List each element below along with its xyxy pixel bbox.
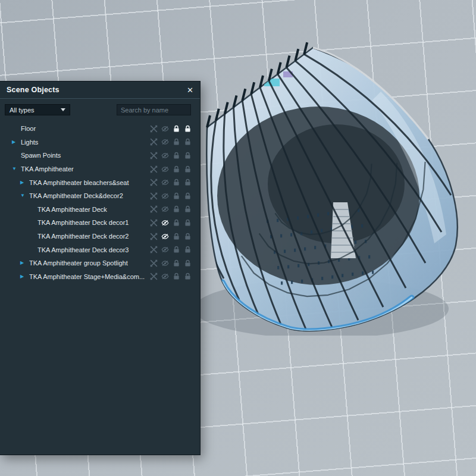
panel-header: Scene Objects ✕: [0, 82, 200, 99]
row-icons: [149, 138, 200, 146]
visibility-off-icon[interactable]: [161, 273, 169, 281]
edit-lock-icon[interactable]: [183, 246, 192, 254]
scene-object-row[interactable]: TKA Amphitheater Deck decor3: [0, 243, 200, 256]
move-lock-icon[interactable]: [172, 165, 180, 173]
visibility-off-icon[interactable]: [161, 178, 169, 187]
select-disabled-icon[interactable]: [149, 259, 158, 267]
edit-lock-icon[interactable]: [183, 259, 192, 267]
object-label: TKA Amphitheater Deck decor2: [37, 233, 149, 240]
visibility-off-icon[interactable]: [161, 218, 169, 227]
edit-lock-icon[interactable]: [183, 178, 192, 187]
close-icon[interactable]: ✕: [187, 86, 193, 94]
object-label: TKA Amphitheater Deck&decor2: [29, 192, 149, 199]
move-lock-icon[interactable]: [172, 232, 180, 240]
edit-lock-icon[interactable]: [183, 151, 192, 159]
edit-lock-icon[interactable]: [183, 138, 192, 146]
amphitheater-model[interactable]: [196, 38, 463, 336]
edit-lock-icon[interactable]: [183, 205, 192, 214]
move-lock-icon[interactable]: [172, 218, 180, 227]
move-lock-icon[interactable]: [172, 151, 180, 159]
edit-lock-icon[interactable]: [183, 124, 192, 133]
select-disabled-icon[interactable]: [149, 124, 158, 133]
select-disabled-icon[interactable]: [149, 218, 158, 227]
visibility-off-icon[interactable]: [161, 165, 169, 173]
object-label: Floor: [21, 125, 149, 132]
select-disabled-icon[interactable]: [149, 138, 158, 146]
type-filter-dropdown[interactable]: All types: [5, 104, 70, 115]
row-icons: [149, 259, 200, 267]
row-icons: [149, 246, 200, 254]
scene-object-row[interactable]: TKA Amphitheater Deck decor2: [0, 230, 200, 243]
object-label: TKA Amphitheater Deck: [37, 206, 149, 213]
indent-spacer: [0, 249, 29, 250]
row-icons: [149, 232, 200, 240]
row-icons: [149, 205, 200, 214]
scene-object-list: Floor: [0, 122, 200, 283]
row-icons: [149, 124, 200, 133]
visibility-off-icon[interactable]: [161, 246, 169, 254]
object-label: TKA Amphitheater Deck decor3: [37, 246, 149, 253]
scene-object-row[interactable]: TKA Amphitheater Deck: [0, 203, 200, 217]
scene-object-row[interactable]: ▼ TKA Amphitheater Deck&decor2: [0, 189, 200, 203]
move-lock-icon[interactable]: [172, 138, 180, 146]
select-disabled-icon[interactable]: [149, 205, 158, 214]
scene-object-row[interactable]: ▶ TKA Amphitheater group Spotlight: [0, 256, 200, 270]
scene-object-row[interactable]: Floor: [0, 122, 200, 136]
object-label: TKA Amphitheater Stage+Media&com...: [29, 273, 149, 280]
indent-spacer: [0, 155, 12, 156]
visibility-off-icon[interactable]: [161, 138, 169, 146]
row-icons: [149, 165, 200, 173]
move-lock-icon[interactable]: [172, 124, 180, 133]
indent-spacer: [0, 169, 12, 170]
select-disabled-icon[interactable]: [149, 165, 158, 173]
chevron-down-icon: [61, 108, 65, 111]
scene-object-row[interactable]: TKA Amphitheater Deck decor1: [0, 216, 200, 230]
edit-lock-icon[interactable]: [183, 218, 192, 227]
visibility-off-icon[interactable]: [161, 205, 169, 214]
select-disabled-icon[interactable]: [149, 246, 158, 254]
scene-object-row[interactable]: ▶ TKA Amphitheater Stage+Media&com...: [0, 270, 200, 284]
move-lock-icon[interactable]: [172, 246, 180, 254]
edit-lock-icon[interactable]: [183, 165, 192, 173]
move-lock-icon[interactable]: [172, 259, 180, 267]
object-label: TKA Amphitheater: [21, 165, 149, 173]
edit-lock-icon[interactable]: [183, 273, 192, 281]
visibility-off-icon[interactable]: [161, 259, 169, 267]
scene-object-row[interactable]: ▶ TKA Amphitheater bleachers&seat: [0, 176, 200, 189]
move-lock-icon[interactable]: [172, 205, 180, 214]
select-disabled-icon[interactable]: [149, 232, 158, 240]
object-label: TKA Amphitheater group Spotlight: [29, 259, 149, 267]
expand-arrow-icon[interactable]: ▶: [20, 180, 29, 185]
edit-lock-icon[interactable]: [183, 192, 192, 200]
select-disabled-icon[interactable]: [149, 151, 158, 159]
type-filter-value: All types: [10, 107, 35, 114]
expand-arrow-icon[interactable]: ▶: [20, 274, 29, 279]
visibility-off-icon[interactable]: [161, 124, 169, 133]
scene-object-row[interactable]: ▼ TKA Amphitheater: [0, 162, 200, 176]
select-disabled-icon[interactable]: [149, 192, 158, 200]
move-lock-icon[interactable]: [172, 273, 180, 281]
expand-arrow-icon[interactable]: ▶: [20, 261, 29, 265]
edit-lock-icon[interactable]: [183, 232, 192, 240]
row-icons: [149, 273, 200, 281]
panel-controls: All types: [0, 99, 200, 120]
expand-arrow-icon[interactable]: ▼: [20, 193, 29, 198]
visibility-off-icon[interactable]: [161, 151, 169, 159]
indent-spacer: [0, 196, 20, 196]
visibility-off-icon[interactable]: [161, 192, 169, 200]
visibility-off-icon[interactable]: [161, 232, 169, 240]
scene-object-row[interactable]: ▶ Lights: [0, 136, 200, 149]
indent-spacer: [0, 129, 12, 129]
move-lock-icon[interactable]: [172, 192, 180, 200]
select-disabled-icon[interactable]: [149, 273, 158, 281]
expand-arrow-icon[interactable]: ▼: [12, 167, 21, 171]
indent-spacer: [0, 182, 20, 183]
object-label: Spawn Points: [21, 152, 149, 159]
indent-spacer: [0, 263, 20, 264]
indent-spacer: [0, 276, 20, 277]
select-disabled-icon[interactable]: [149, 178, 158, 187]
search-input[interactable]: [117, 104, 191, 115]
scene-object-row[interactable]: Spawn Points: [0, 149, 200, 162]
expand-arrow-icon[interactable]: ▶: [12, 140, 21, 145]
move-lock-icon[interactable]: [172, 178, 180, 187]
